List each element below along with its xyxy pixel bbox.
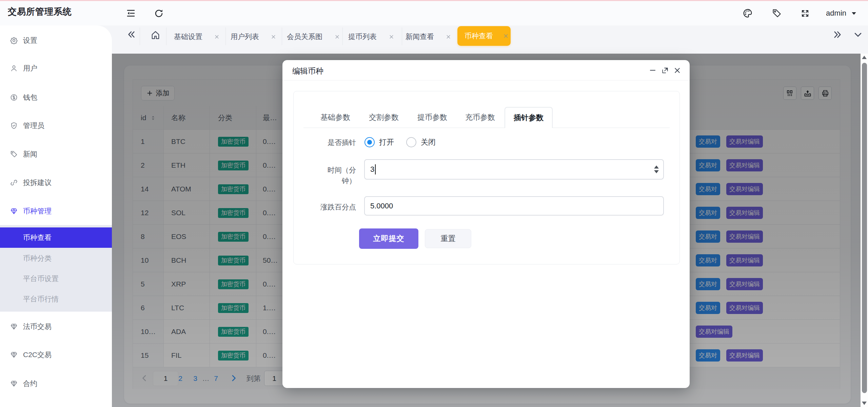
modal-tab-deposit-params[interactable]: 充币参数 [465,107,495,128]
close-icon[interactable] [334,34,340,40]
time-label-line: 钟） [342,177,356,185]
sidebar-item-label: 用户 [23,63,37,73]
sidebar-item-wallet[interactable]: 钱包 [0,88,112,107]
tags-button[interactable] [767,1,786,25]
exchange-admin-app: 交易所管理系统 admin 基础设置 [0,0,868,407]
edit-coin-modal: 编辑币种 基础参数 交割参数 提币参数 充币参数 插针参数 是否插针 [282,60,690,388]
tab-member-graph[interactable]: 会员关系图 [287,25,340,54]
tab-news-view[interactable]: 新闻查看 [406,25,451,54]
modal-tab-delivery-params[interactable]: 交割参数 [369,107,399,128]
sidebar-item-label: 钱包 [23,93,37,102]
sidebar-item-label: C2C交易 [23,350,52,359]
sidebar-item-label: 合约 [23,379,37,388]
sidebar-item-label: 法币交易 [23,322,52,331]
tab-separator [342,27,343,45]
minus-icon [649,66,657,74]
tab-separator [225,27,226,45]
close-icon[interactable] [446,34,451,40]
sidebar-item-settings[interactable]: 设置 [0,31,112,50]
page-scrollbar[interactable] [861,54,868,407]
sidebar-item-feedback[interactable]: 投拆建议 [0,173,112,192]
radio-on-label: 打开 [379,137,394,147]
spinner-down-icon[interactable] [654,170,659,173]
reset-button[interactable]: 重置 [425,229,471,248]
tab-label: 新闻查看 [406,32,434,41]
tabs-scroll-right-button[interactable] [833,30,842,58]
close-icon[interactable] [214,34,220,40]
sidebar: 设置 用户 钱包 管理员 新闻 投拆建议 币种管理 币种查看 [0,25,112,407]
close-icon[interactable] [271,34,276,40]
submenu-item-label: 平台币设置 [23,274,59,283]
modal-tab-basic-params[interactable]: 基础参数 [320,107,350,128]
sidebar-item-label: 新闻 [23,149,37,159]
palette-icon [743,8,753,18]
chevrons-right-icon [833,30,842,39]
sidebar-item-users[interactable]: 用户 [0,58,112,78]
gem-icon [10,351,18,358]
sidebar-item-news[interactable]: 新闻 [0,144,112,164]
shield-check-icon [10,122,18,129]
submenu-item-coin-view[interactable]: 币种查看 [0,227,112,248]
menu-fold-icon [126,8,136,18]
sidebar-item-coin-management[interactable]: 币种管理 [0,201,112,221]
modal-title: 编辑币种 [292,66,323,76]
tab-separator [140,27,140,45]
sidebar-item-label: 管理员 [23,121,44,130]
submenu-item-platform-coin-market[interactable]: 平台币行情 [0,289,112,309]
fullscreen-icon [801,9,810,18]
close-icon [673,66,682,75]
caret-down-icon [851,10,857,17]
time-value: 3 [370,165,374,174]
tab-separator [166,27,166,45]
home-tab-button[interactable] [150,30,161,58]
text-cursor [375,164,376,174]
top-progress-bar [0,0,868,1]
app-title: 交易所管理系统 [8,6,72,18]
refresh-button[interactable] [149,1,168,25]
close-icon[interactable] [503,33,509,39]
user-menu[interactable]: admin [826,1,857,25]
radio-on-selected[interactable] [364,137,375,147]
modal-minimize-button[interactable] [647,60,659,80]
maximize-icon [661,67,669,74]
pin-radio-group: 打开 关闭 [364,137,436,148]
modal-tab-pin-params-active[interactable]: 插针参数 [505,107,553,128]
close-icon[interactable] [389,34,394,40]
sidebar-item-admins[interactable]: 管理员 [0,116,112,135]
tab-basic-settings[interactable]: 基础设置 [174,25,220,54]
submenu-item-platform-coin-settings[interactable]: 平台币设置 [0,269,112,289]
modal-tab-withdraw-params[interactable]: 提币参数 [417,107,447,128]
sidebar-item-c2c-trade[interactable]: C2C交易 [0,345,112,365]
tabs-scroll-left-button[interactable] [127,30,136,58]
theme-button[interactable] [738,1,757,25]
tab-withdraw-list[interactable]: 提币列表 [348,25,394,54]
sidebar-item-label: 设置 [23,36,37,45]
submenu-item-coin-category[interactable]: 币种分类 [0,248,112,269]
modal-maximize-button[interactable] [659,60,671,80]
tab-separator [282,27,282,45]
scroll-down-arrow[interactable] [862,402,867,405]
tab-coin-view-active[interactable]: 币种查看 [457,26,511,46]
number-spinner[interactable] [654,166,659,173]
percent-input[interactable]: 5.0000 [364,196,664,216]
sidebar-item-contract[interactable]: 合约 [0,374,112,393]
home-icon [150,30,161,40]
app-header: 交易所管理系统 admin [0,1,868,25]
submenu-item-label: 币种查看 [23,233,52,242]
time-minutes-input[interactable]: 3 [364,159,664,180]
gem-icon [10,323,18,330]
time-label-line: 时间（分 [328,166,356,174]
spinner-up-icon[interactable] [654,166,659,169]
sidebar-item-fiat-trade[interactable]: 法币交易 [0,317,112,336]
user-name: admin [826,9,846,18]
scrollbar-thumb[interactable] [862,63,867,393]
submit-button[interactable]: 立即提交 [359,228,418,249]
radio-off[interactable] [406,137,416,147]
tab-user-list[interactable]: 用户列表 [231,25,276,54]
tab-label: 提币列表 [348,32,377,41]
scroll-up-arrow[interactable] [862,56,867,59]
collapse-sidebar-button[interactable] [121,1,140,25]
fullscreen-button[interactable] [795,1,814,25]
modal-close-button[interactable] [671,60,683,80]
tab-label: 用户列表 [231,32,259,41]
